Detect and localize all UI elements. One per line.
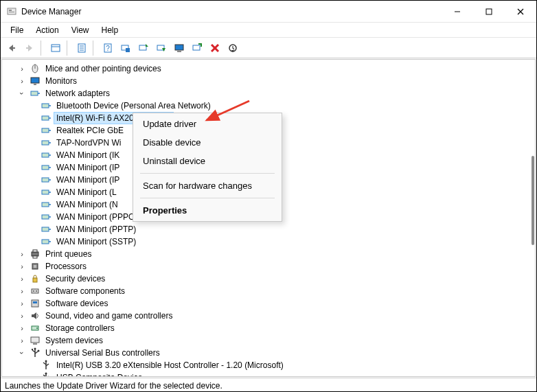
menu-action[interactable]: Action	[30, 24, 64, 36]
update-driver-button[interactable]	[135, 40, 152, 56]
tree-node-system[interactable]: › System devices	[2, 334, 535, 347]
tree-label: WAN Miniport (IP	[54, 162, 122, 173]
svg-rect-33	[42, 104, 49, 108]
tree-node-monitors[interactable]: › Monitors	[2, 75, 535, 87]
chevron-right-icon[interactable]: ›	[17, 286, 27, 296]
processor-icon	[30, 261, 41, 272]
tree-label: Software components	[43, 286, 127, 297]
menu-view[interactable]: View	[66, 24, 95, 36]
printer-icon	[30, 249, 41, 260]
tree-node-storage[interactable]: › Storage controllers	[2, 322, 535, 334]
close-button[interactable]	[505, 1, 536, 23]
tree-label: Sound, video and game controllers	[43, 310, 174, 321]
minimize-button[interactable]	[442, 1, 473, 23]
svg-rect-43	[42, 165, 49, 170]
tree-label: Intel(R) USB 3.20 eXtensible Host Contro…	[54, 360, 286, 371]
chevron-right-icon[interactable]: ›	[17, 311, 27, 321]
svg-rect-63	[32, 289, 38, 293]
chevron-right-icon[interactable]: ›	[17, 249, 27, 259]
chevron-down-icon[interactable]: ›	[17, 348, 27, 358]
svg-rect-8	[26, 47, 31, 49]
tree-label: Monitors	[43, 76, 79, 87]
monitor-button[interactable]	[171, 40, 187, 56]
tree-node-swcomponents[interactable]: › Software components	[2, 285, 535, 297]
svg-rect-21	[175, 45, 183, 50]
ctx-scan-hardware[interactable]: Scan for hardware changes	[133, 176, 282, 195]
ctx-update-driver[interactable]: Update driver	[133, 115, 282, 133]
svg-rect-31	[31, 91, 38, 95]
uninstall-button[interactable]	[207, 40, 223, 56]
tree-node-net-bt[interactable]: Bluetooth Device (Personal Area Network)	[2, 100, 535, 112]
tree-label: WAN Miniport (L	[54, 187, 119, 198]
svg-rect-41	[42, 153, 49, 157]
chevron-right-icon[interactable]: ›	[17, 64, 27, 73]
scrollbar-thumb[interactable]	[532, 156, 534, 245]
tree-label: WAN Miniport (IP	[54, 174, 122, 185]
ctx-disable-device[interactable]: Disable device	[133, 133, 282, 152]
svg-rect-51	[42, 215, 49, 219]
svg-point-69	[36, 327, 38, 329]
svg-rect-59	[33, 256, 37, 258]
forward-button[interactable]	[21, 40, 38, 56]
tree-node-printqueues[interactable]: › Print queues	[2, 248, 535, 260]
back-button[interactable]	[3, 40, 20, 56]
scan-hardware-button[interactable]	[117, 40, 134, 56]
tree-node-security[interactable]: › Security devices	[2, 273, 535, 285]
system-icon	[30, 335, 41, 346]
ctx-properties[interactable]: Properties	[133, 201, 282, 220]
monitor-icon	[30, 76, 41, 87]
ctx-uninstall-device[interactable]: Uninstall device	[133, 152, 282, 170]
network-adapter-icon	[41, 224, 52, 235]
tree-label: Print queues	[43, 249, 93, 260]
svg-rect-4	[486, 9, 492, 14]
svg-point-77	[45, 360, 47, 362]
tree-node-usb-composite[interactable]: USB Composite Device	[2, 371, 535, 377]
titlebar: Device Manager	[1, 1, 536, 23]
svg-point-75	[38, 350, 40, 352]
software-icon	[30, 298, 41, 309]
show-hidden-button[interactable]	[47, 40, 64, 56]
maximize-button[interactable]	[473, 1, 505, 23]
svg-rect-71	[33, 343, 37, 345]
chevron-right-icon[interactable]: ›	[17, 76, 27, 86]
tree-node-mice[interactable]: › Mice and other pointing devices	[2, 62, 535, 75]
tree-node-processors[interactable]: › Processors	[2, 260, 535, 273]
tree-node-sound[interactable]: › Sound, video and game controllers	[2, 310, 535, 322]
add-hardware-button[interactable]	[189, 40, 205, 56]
legacy-hardware-button[interactable]	[225, 40, 241, 56]
tree-label: WAN Miniport (SSTP)	[54, 236, 138, 247]
chevron-right-icon[interactable]: ›	[17, 336, 27, 345]
tree-node-net-wan-pptp[interactable]: WAN Miniport (PPTP)	[2, 223, 535, 235]
network-icon	[30, 88, 41, 99]
svg-point-65	[36, 290, 37, 292]
toolbar-separator	[41, 41, 45, 56]
tree-label: WAN Miniport (IK	[54, 150, 122, 161]
svg-rect-39	[42, 141, 49, 145]
tree-node-usb-intel[interactable]: Intel(R) USB 3.20 eXtensible Host Contro…	[2, 359, 535, 371]
tree-node-swdevices[interactable]: › Software devices	[2, 297, 535, 310]
network-adapter-icon	[41, 199, 52, 210]
network-adapter-icon	[41, 187, 52, 198]
chevron-right-icon[interactable]: ›	[17, 262, 27, 271]
menu-file[interactable]: File	[5, 24, 29, 36]
network-adapter-icon	[41, 100, 52, 111]
disable-device-button[interactable]	[153, 40, 170, 56]
app-icon	[6, 6, 17, 17]
menu-help[interactable]: Help	[96, 24, 124, 36]
chevron-right-icon[interactable]: ›	[17, 323, 27, 333]
tree-node-net-wan-sstp[interactable]: WAN Miniport (SSTP)	[2, 235, 535, 248]
network-adapter-icon	[41, 174, 52, 185]
chevron-down-icon[interactable]: ›	[17, 89, 27, 98]
statusbar-text: Launches the Update Driver Wizard for th…	[5, 381, 222, 391]
tree-node-usb[interactable]: › Universal Serial Bus controllers	[2, 347, 535, 359]
tree-node-network[interactable]: › Network adapters	[2, 87, 535, 100]
svg-text:?: ?	[106, 45, 110, 52]
help-button[interactable]: ?	[100, 40, 116, 56]
properties-button[interactable]	[73, 40, 90, 56]
chevron-right-icon[interactable]: ›	[17, 274, 27, 284]
chevron-right-icon[interactable]: ›	[17, 299, 27, 308]
svg-rect-2	[9, 12, 14, 12]
svg-rect-22	[177, 51, 181, 52]
tree-label: WAN Miniport (N	[54, 199, 120, 210]
tree-label: Network adapters	[43, 88, 112, 99]
